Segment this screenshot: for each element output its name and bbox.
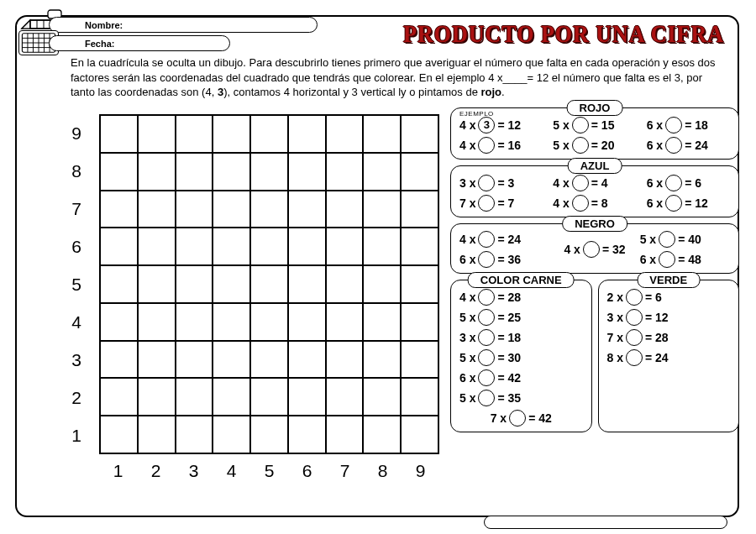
answer-bubble[interactable]	[665, 117, 682, 134]
answer-bubble[interactable]	[572, 137, 589, 154]
grid-cell[interactable]	[138, 416, 176, 453]
grid-cell[interactable]	[100, 153, 138, 191]
grid-cell[interactable]	[401, 378, 438, 416]
multiplication-problem[interactable]: 5 x = 20	[553, 137, 636, 154]
answer-bubble[interactable]	[626, 289, 643, 306]
grid-cell[interactable]	[288, 378, 326, 416]
grid-cell[interactable]	[401, 191, 438, 228]
grid-cell[interactable]	[363, 265, 401, 303]
grid-cell[interactable]	[213, 378, 250, 416]
grid-cell[interactable]	[250, 416, 288, 453]
multiplication-problem[interactable]: 6 x = 6	[647, 175, 730, 191]
grid-cell[interactable]	[363, 303, 401, 341]
answer-bubble[interactable]	[626, 349, 643, 366]
grid-cell[interactable]	[326, 153, 364, 191]
grid-cell[interactable]	[326, 228, 364, 265]
multiplication-problem[interactable]: 6 x = 36	[459, 251, 549, 268]
grid-cell[interactable]	[100, 378, 138, 416]
answer-bubble[interactable]	[478, 289, 495, 306]
grid-cell[interactable]	[176, 153, 213, 191]
answer-bubble[interactable]	[478, 349, 495, 366]
answer-bubble[interactable]	[478, 251, 495, 268]
grid-cell[interactable]	[213, 303, 250, 341]
grid-cell[interactable]	[326, 341, 364, 379]
grid-cell[interactable]	[213, 416, 250, 453]
answer-bubble[interactable]	[478, 329, 495, 346]
answer-bubble[interactable]	[659, 251, 675, 268]
answer-bubble[interactable]	[478, 369, 495, 386]
grid-cell[interactable]	[100, 341, 138, 379]
answer-bubble[interactable]	[572, 175, 589, 191]
grid-cell[interactable]	[250, 228, 288, 265]
coordinate-grid[interactable]	[99, 114, 439, 454]
answer-bubble[interactable]	[478, 195, 495, 212]
grid-cell[interactable]	[326, 378, 364, 416]
answer-bubble[interactable]	[478, 231, 495, 248]
grid-cell[interactable]	[250, 303, 288, 341]
multiplication-problem[interactable]: 7 x = 42	[459, 410, 583, 427]
multiplication-problem[interactable]: 5 x = 30	[459, 349, 583, 366]
answer-bubble[interactable]	[626, 329, 643, 346]
grid-cell[interactable]	[363, 191, 401, 228]
grid-cell[interactable]	[100, 191, 138, 228]
grid-cell[interactable]	[401, 153, 438, 191]
multiplication-problem[interactable]: 4 x = 32	[549, 241, 639, 258]
answer-bubble[interactable]	[659, 231, 675, 248]
grid-cell[interactable]	[288, 191, 326, 228]
multiplication-problem[interactable]: 4 x 3= 12	[459, 117, 543, 134]
multiplication-problem[interactable]: 2 x = 6	[607, 289, 675, 306]
grid-cell[interactable]	[250, 341, 288, 379]
multiplication-problem[interactable]: 4 x = 16	[459, 137, 543, 154]
grid-cell[interactable]	[176, 228, 213, 265]
grid-cell[interactable]	[326, 303, 364, 341]
multiplication-problem[interactable]: 5 x = 25	[459, 309, 583, 326]
grid-cell[interactable]	[213, 153, 250, 191]
answer-bubble[interactable]	[665, 137, 682, 154]
grid-cell[interactable]	[100, 115, 138, 153]
grid-cell[interactable]	[288, 228, 326, 265]
answer-bubble[interactable]	[626, 309, 643, 326]
answer-bubble[interactable]: 3	[478, 117, 495, 134]
grid-cell[interactable]	[213, 341, 250, 379]
grid-cell[interactable]	[176, 378, 213, 416]
multiplication-problem[interactable]: 7 x = 28	[607, 329, 675, 346]
answer-bubble[interactable]	[572, 195, 589, 212]
multiplication-problem[interactable]: 4 x = 24	[459, 231, 549, 248]
grid-cell[interactable]	[363, 341, 401, 379]
multiplication-problem[interactable]: 6 x = 12	[647, 195, 730, 212]
grid-cell[interactable]	[176, 265, 213, 303]
multiplication-problem[interactable]: 3 x = 3	[459, 175, 543, 191]
multiplication-problem[interactable]: 4 x = 28	[459, 289, 583, 306]
grid-cell[interactable]	[176, 416, 213, 453]
multiplication-problem[interactable]: 3 x = 18	[459, 329, 583, 346]
answer-bubble[interactable]	[583, 241, 600, 258]
multiplication-problem[interactable]: 6 x = 48	[640, 251, 730, 268]
name-field[interactable]: Nombre:	[49, 17, 318, 33]
grid-cell[interactable]	[326, 115, 364, 153]
grid-cell[interactable]	[401, 265, 438, 303]
multiplication-problem[interactable]: 5 x = 15	[553, 117, 636, 134]
grid-cell[interactable]	[176, 303, 213, 341]
grid-cell[interactable]	[250, 265, 288, 303]
grid-cell[interactable]	[288, 153, 326, 191]
answer-bubble[interactable]	[478, 309, 495, 326]
grid-cell[interactable]	[100, 265, 138, 303]
grid-cell[interactable]	[401, 303, 438, 341]
grid-cell[interactable]	[213, 228, 250, 265]
grid-cell[interactable]	[176, 341, 213, 379]
multiplication-problem[interactable]: 7 x = 7	[459, 195, 543, 212]
answer-bubble[interactable]	[572, 117, 589, 134]
grid-cell[interactable]	[363, 115, 401, 153]
answer-bubble[interactable]	[478, 137, 495, 154]
multiplication-problem[interactable]: 5 x = 40	[640, 231, 730, 248]
multiplication-problem[interactable]: 4 x = 4	[553, 175, 636, 191]
grid-cell[interactable]	[138, 303, 176, 341]
grid-cell[interactable]	[138, 153, 176, 191]
grid-cell[interactable]	[288, 303, 326, 341]
answer-bubble[interactable]	[665, 195, 682, 212]
grid-cell[interactable]	[250, 115, 288, 153]
grid-cell[interactable]	[176, 191, 213, 228]
grid-cell[interactable]	[100, 416, 138, 453]
multiplication-problem[interactable]: 4 x = 8	[553, 195, 636, 212]
grid-cell[interactable]	[401, 228, 438, 265]
